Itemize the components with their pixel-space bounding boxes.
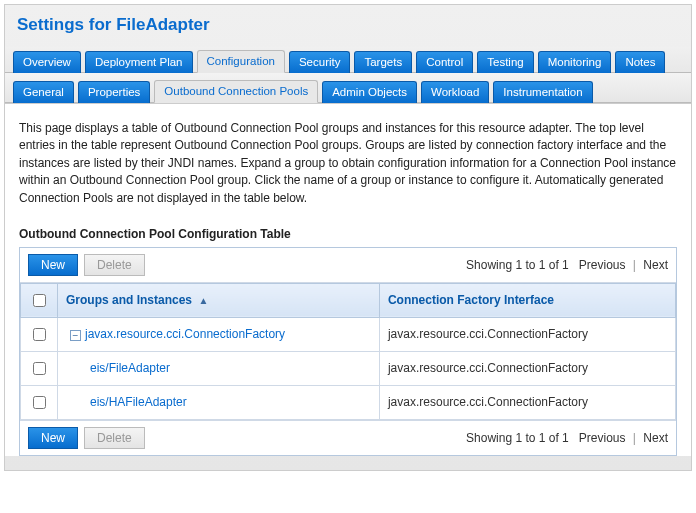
row-checkbox[interactable] bbox=[33, 362, 46, 375]
content-area: This page displays a table of Outbound C… bbox=[5, 103, 691, 456]
pager-showing-bottom: Showing 1 to 1 of 1 bbox=[466, 431, 569, 445]
pager-prev[interactable]: Previous bbox=[579, 258, 626, 272]
cell-name: −javax.resource.cci.ConnectionFactory bbox=[58, 317, 380, 351]
row-checkbox[interactable] bbox=[33, 396, 46, 409]
cell-factory: javax.resource.cci.ConnectionFactory bbox=[379, 351, 675, 385]
tab-control[interactable]: Control bbox=[416, 51, 473, 73]
settings-panel: Settings for FileAdapter OverviewDeploym… bbox=[4, 4, 692, 471]
tab-configuration[interactable]: Configuration bbox=[197, 50, 285, 73]
pager-next-bottom[interactable]: Next bbox=[643, 431, 668, 445]
tab-monitoring[interactable]: Monitoring bbox=[538, 51, 612, 73]
delete-button-bottom[interactable]: Delete bbox=[84, 427, 145, 449]
cell-name: eis/FileAdapter bbox=[58, 351, 380, 385]
cell-factory: javax.resource.cci.ConnectionFactory bbox=[379, 385, 675, 419]
row-checkbox-cell bbox=[21, 317, 58, 351]
tab-testing[interactable]: Testing bbox=[477, 51, 533, 73]
config-table: New Delete Showing 1 to 1 of 1 Previous … bbox=[19, 247, 677, 456]
column-factory-label: Connection Factory Interface bbox=[388, 293, 554, 307]
cell-factory: javax.resource.cci.ConnectionFactory bbox=[379, 317, 675, 351]
pager-sep: | bbox=[633, 258, 636, 272]
tab-targets[interactable]: Targets bbox=[354, 51, 412, 73]
subtab-properties[interactable]: Properties bbox=[78, 81, 150, 103]
pager-next[interactable]: Next bbox=[643, 258, 668, 272]
new-button[interactable]: New bbox=[28, 254, 78, 276]
tab-notes[interactable]: Notes bbox=[615, 51, 665, 73]
row-checkbox-cell bbox=[21, 351, 58, 385]
main-tabs: OverviewDeployment PlanConfigurationSecu… bbox=[5, 47, 691, 73]
description-text: This page displays a table of Outbound C… bbox=[5, 104, 691, 219]
pager-prev-bottom[interactable]: Previous bbox=[579, 431, 626, 445]
pager-sep-bottom: | bbox=[633, 431, 636, 445]
table-row: −javax.resource.cci.ConnectionFactoryjav… bbox=[21, 317, 676, 351]
table-toolbar-bottom: New Delete Showing 1 to 1 of 1 Previous … bbox=[20, 420, 676, 455]
table-row: eis/FileAdapterjavax.resource.cci.Connec… bbox=[21, 351, 676, 385]
tab-deployment-plan[interactable]: Deployment Plan bbox=[85, 51, 193, 73]
pager-bottom: Showing 1 to 1 of 1 Previous | Next bbox=[466, 431, 668, 445]
section-title: Outbound Connection Pool Configuration T… bbox=[5, 219, 691, 247]
sort-asc-icon: ▲ bbox=[198, 295, 208, 306]
row-checkbox[interactable] bbox=[33, 328, 46, 341]
subtab-admin-objects[interactable]: Admin Objects bbox=[322, 81, 417, 103]
subtab-instrumentation[interactable]: Instrumentation bbox=[493, 81, 592, 103]
subtab-outbound-connection-pools[interactable]: Outbound Connection Pools bbox=[154, 80, 318, 103]
delete-button[interactable]: Delete bbox=[84, 254, 145, 276]
row-checkbox-cell bbox=[21, 385, 58, 419]
sub-tabs: GeneralPropertiesOutbound Connection Poo… bbox=[5, 73, 691, 103]
new-button-bottom[interactable]: New bbox=[28, 427, 78, 449]
row-name-link[interactable]: eis/HAFileAdapter bbox=[90, 395, 187, 409]
column-groups[interactable]: Groups and Instances ▲ bbox=[58, 283, 380, 317]
tab-overview[interactable]: Overview bbox=[13, 51, 81, 73]
collapse-icon[interactable]: − bbox=[70, 330, 81, 341]
pager-showing: Showing 1 to 1 of 1 bbox=[466, 258, 569, 272]
column-groups-label: Groups and Instances bbox=[66, 293, 192, 307]
select-all-checkbox[interactable] bbox=[33, 294, 46, 307]
cell-name: eis/HAFileAdapter bbox=[58, 385, 380, 419]
pager-top: Showing 1 to 1 of 1 Previous | Next bbox=[466, 258, 668, 272]
subtab-general[interactable]: General bbox=[13, 81, 74, 103]
tab-security[interactable]: Security bbox=[289, 51, 351, 73]
column-factory[interactable]: Connection Factory Interface bbox=[379, 283, 675, 317]
subtab-workload[interactable]: Workload bbox=[421, 81, 489, 103]
table-row: eis/HAFileAdapterjavax.resource.cci.Conn… bbox=[21, 385, 676, 419]
table-toolbar-top: New Delete Showing 1 to 1 of 1 Previous … bbox=[20, 248, 676, 283]
row-name-link[interactable]: javax.resource.cci.ConnectionFactory bbox=[85, 327, 285, 341]
data-table: Groups and Instances ▲ Connection Factor… bbox=[20, 283, 676, 420]
header-checkbox-cell bbox=[21, 283, 58, 317]
row-name-link[interactable]: eis/FileAdapter bbox=[90, 361, 170, 375]
page-title: Settings for FileAdapter bbox=[5, 5, 691, 47]
